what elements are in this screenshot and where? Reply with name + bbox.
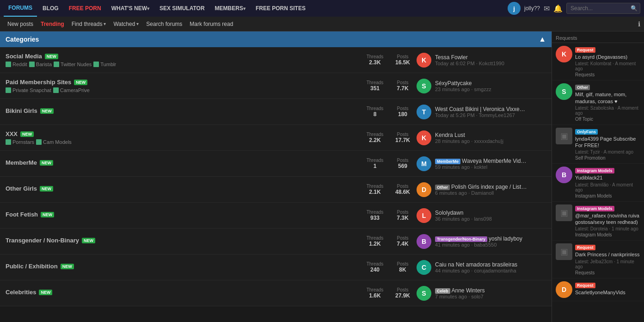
forum-threads: Threads 8 <box>361 106 389 118</box>
forum-posts: Posts 7.4K <box>389 235 417 247</box>
last-post-title[interactable]: CelebAnne Winters <box>435 287 485 294</box>
last-post-title[interactable]: OtherPolish Girls index page / Lista pol… <box>435 184 527 190</box>
threads-label: Threads <box>361 261 389 266</box>
categories-header: Categories ▲ <box>0 31 552 47</box>
last-post-meta: 36 minutes ago · lans098 <box>435 216 492 222</box>
forum-title-link[interactable]: Transgender / Non-Binary <box>6 237 79 244</box>
subforum-link[interactable]: Tumblr <box>93 62 116 67</box>
forum-info: XXX NEW Pornstars Cam Models <box>6 130 361 145</box>
last-post-title[interactable]: Sololydawn <box>435 210 492 216</box>
forum-title-link[interactable]: XXX <box>6 130 18 137</box>
forum-title-link[interactable]: Foot Fetish <box>6 211 38 218</box>
threads-value: 8 <box>361 111 389 118</box>
info-icon[interactable]: ℹ <box>638 20 640 28</box>
forum-title: Transgender / Non-Binary NEW <box>6 237 361 244</box>
sidebar-item-title[interactable]: Dark Princess / nankprinless <box>575 251 640 258</box>
threads-label: Threads <box>361 106 389 111</box>
nav-blog[interactable]: BLOG <box>38 0 63 17</box>
last-post-title[interactable]: Caiu na Net amadoras brasileiras <box>435 261 517 268</box>
bell-icon[interactable]: 🔔 <box>553 4 563 13</box>
sec-nav-trending[interactable]: Trending <box>37 17 68 31</box>
threads-value: 1.6K <box>361 292 389 299</box>
sec-nav-watched[interactable]: Watched ▾ <box>110 17 142 31</box>
last-post-title[interactable]: Transgender/Non-Binaryyoshi ladyboy <box>435 235 522 242</box>
subforum-label: Tumblr <box>100 62 116 67</box>
forum-title-link[interactable]: MemberMe <box>6 159 37 166</box>
last-post-meta: 23 minutes ago · smgzzz <box>435 87 491 92</box>
last-post-info: Caiu na Net amadoras brasileiras 44 minu… <box>435 261 517 273</box>
sidebar-item-title[interactable]: ScarletlyoneManyVids <box>575 289 640 296</box>
new-badge: NEW <box>40 108 54 114</box>
threads-label: Threads <box>361 184 389 189</box>
sidebar-item-title[interactable]: lynda4399 Page Subscribe For FREE! <box>575 136 640 149</box>
collapse-button[interactable]: ▲ <box>539 35 546 43</box>
sidebar-latest: Latest: Bramilão · A moment ago <box>575 182 640 192</box>
threads-value: 2.3K <box>361 59 389 66</box>
nav-whats-new[interactable]: WHAT'S NEW ▾ <box>107 0 154 17</box>
threads-label: Threads <box>361 54 389 59</box>
nav-free-porn[interactable]: FREE PORN <box>64 0 106 17</box>
last-post-title[interactable]: SéxyPattycake <box>435 80 491 87</box>
last-user-avatar: B <box>417 234 431 249</box>
avatar[interactable]: j <box>508 2 521 15</box>
forum-title-link[interactable]: Celebrities <box>6 289 36 296</box>
nav-free-porn-sites[interactable]: FREE PORN SITES <box>251 0 310 17</box>
last-post-info: SéxyPattycake 23 minutes ago · smgzzz <box>435 80 491 92</box>
forum-threads: Threads 933 <box>361 210 389 221</box>
last-post-meta: 28 minutes ago · xxxxxdachu}j <box>435 138 503 144</box>
sidebar-thumb: ▣ <box>556 204 572 221</box>
subforum-link[interactable]: CameraPrive <box>53 87 90 93</box>
sec-nav-search-forums[interactable]: Search forums <box>142 17 186 31</box>
forum-title-link[interactable]: Public / Exhibition <box>6 263 58 270</box>
last-post-title[interactable]: West Coast Bikini | Veronica Vixxen | ve… <box>435 106 527 112</box>
sidebar-item-title[interactable]: Yudiblack21 <box>575 174 640 181</box>
forum-title-link[interactable]: Social Media <box>6 53 42 60</box>
sidebar-badge: Request <box>575 245 595 250</box>
sec-nav-mark-read[interactable]: Mark forums read <box>186 17 237 31</box>
sidebar-item-title[interactable]: Lo asyrd (Degavasses) <box>575 54 640 60</box>
forum-threads: Threads 1.6K <box>361 287 389 299</box>
last-post-title[interactable]: MemberMeWaveya MemberMe Videos <box>435 158 527 164</box>
nav-members[interactable]: MEMBERS ▾ <box>210 0 250 17</box>
mail-icon[interactable]: ✉ <box>544 4 550 13</box>
subforum-link[interactable]: Cam Models <box>36 139 72 145</box>
sidebar-item-title[interactable]: @mar_rafaex (novinha ruiva gostosa/sexy … <box>575 212 640 226</box>
sidebar-category: Instagram Models <box>575 232 640 237</box>
sidebar-item: K Request Lo asyrd (Degavasses) Latest: … <box>552 43 644 80</box>
sidebar-avatar: S <box>556 83 572 100</box>
forum-title-link[interactable]: Paid Membership Sites <box>6 79 71 86</box>
forum-title: Paid Membership Sites NEW <box>6 79 361 86</box>
last-post-title[interactable]: Kendra Lust <box>435 132 503 138</box>
search-icon[interactable]: 🔍 <box>631 5 638 12</box>
last-post-meta: Today at 5:26 PM · TommyLee1267 <box>435 112 527 118</box>
subforum-link[interactable]: Twitter Nudes <box>54 62 92 67</box>
sec-nav-new-posts[interactable]: New posts <box>4 17 37 31</box>
threads-label: Threads <box>361 158 389 163</box>
sidebar-latest: Latest: Doroteia · 1 minute ago <box>575 226 640 231</box>
forum-row: XXX NEW Pornstars Cam Models Threads 2.2… <box>0 125 552 151</box>
sidebar-item-title[interactable]: Milf, gilf, mature, mom, maduras, coroas… <box>575 91 640 105</box>
subforum-link[interactable]: Reddit <box>6 62 27 67</box>
last-post-meta: Today at 6:02 PM · Kokctt1990 <box>435 61 504 66</box>
nav-forums[interactable]: FORUMS <box>4 0 37 17</box>
sidebar-avatar: D <box>556 281 572 298</box>
forum-posts: Posts 27.9K <box>389 287 417 299</box>
posts-label: Posts <box>389 158 417 163</box>
search-input[interactable] <box>570 5 631 12</box>
posts-label: Posts <box>389 54 417 59</box>
subforum-link[interactable]: Barista <box>29 62 52 67</box>
posts-label: Posts <box>389 184 417 189</box>
last-user-avatar: M <box>417 156 431 171</box>
forum-row: MemberMe NEW Threads 1 Posts 569 M Membe… <box>0 151 552 177</box>
sidebar-category: Self Promotion <box>575 155 640 161</box>
subforum-link[interactable]: Pornstars <box>6 139 34 145</box>
sidebar-badge: OnlyFans <box>575 129 598 135</box>
forum-title-link[interactable]: Other Girls <box>6 185 37 192</box>
forum-title-link[interactable]: Bikini Girls <box>6 107 37 114</box>
subforum-link[interactable]: Private Snapchat <box>6 87 51 93</box>
nav-sex-sim[interactable]: SEX SIMULATOR <box>155 0 209 17</box>
sec-nav-find-threads[interactable]: Find threads ▾ <box>68 17 110 31</box>
last-post-info: Tessa Fowler Today at 6:02 PM · Kokctt19… <box>435 54 504 66</box>
sidebar-latest: Latest: Jelba23cm · 1 minute ago <box>575 259 640 269</box>
last-post-title[interactable]: Tessa Fowler <box>435 54 504 61</box>
